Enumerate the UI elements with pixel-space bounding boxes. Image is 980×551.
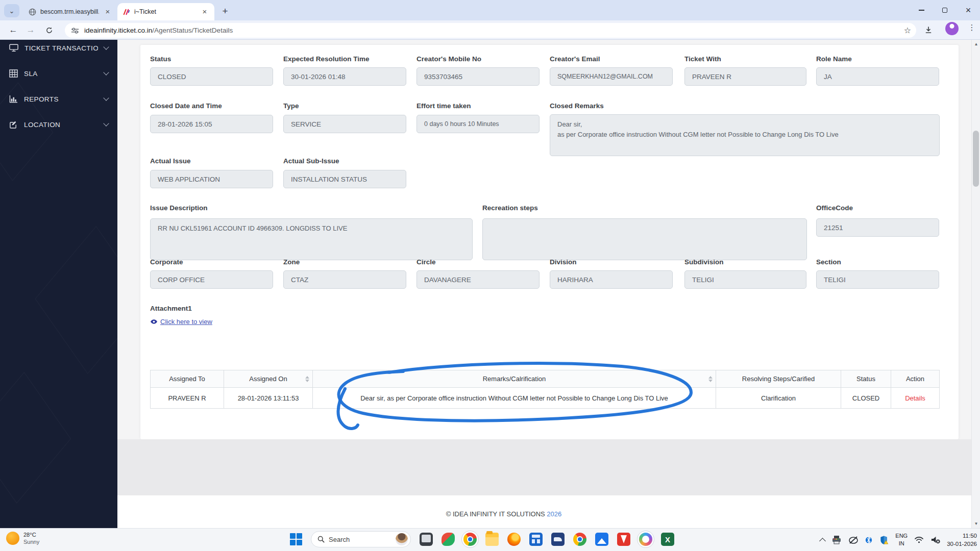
scroll-down-icon[interactable]: ▼	[972, 519, 980, 528]
page-scrollbar[interactable]: ▲ ▼	[971, 40, 980, 528]
search-placeholder: Search	[329, 536, 391, 543]
profile-avatar[interactable]	[945, 22, 959, 35]
bluetooth-icon[interactable]	[865, 535, 872, 545]
table-icon	[9, 69, 18, 78]
sidebar-item-ticket-transaction[interactable]: TICKET TRANSACTION	[0, 40, 117, 59]
tab-search-button[interactable]: ⌄	[4, 4, 19, 17]
creators-email-input: SQMEERKHAN12@GMAIL.COM	[550, 67, 673, 86]
sun-icon	[6, 532, 19, 545]
new-tab-button[interactable]: +	[218, 5, 232, 18]
sidebar-item-reports[interactable]: REPORTS	[0, 88, 117, 110]
leaf-app-icon[interactable]	[442, 533, 455, 546]
firefox-icon[interactable]	[507, 533, 521, 546]
downloads-button[interactable]	[921, 23, 936, 37]
closed-datetime-input: 28-01-2026 15:05	[150, 115, 273, 133]
weather-widget[interactable]: 28°C Sunny	[6, 531, 39, 546]
expected-resolution-time-label: Expected Resolution Time	[283, 55, 406, 63]
volume-muted-icon[interactable]	[930, 536, 940, 544]
actual-sub-issue-input: INSTALLATION STATUS	[283, 170, 406, 188]
photos-icon[interactable]	[595, 533, 608, 546]
crossed-eye-icon[interactable]	[848, 535, 859, 544]
circle-input: DAVANAGERE	[416, 270, 540, 289]
clock-time: 11:50	[947, 532, 977, 540]
col-remarks[interactable]: Remarks/Calrification	[313, 370, 716, 388]
bookmark-star-icon[interactable]: ☆	[900, 23, 915, 37]
scrollbar-thumb[interactable]	[973, 131, 979, 187]
taskbar-clock[interactable]: 11:50 30-01-2026	[947, 532, 977, 548]
footer-year[interactable]: 2026	[547, 510, 561, 518]
status-label: Status	[150, 55, 273, 63]
file-explorer-icon[interactable]	[485, 533, 499, 546]
details-link[interactable]: Details	[905, 394, 925, 402]
sidebar-item-sla[interactable]: SLA	[0, 62, 117, 85]
security-shield-icon[interactable]	[879, 535, 889, 545]
reload-button[interactable]	[42, 23, 56, 37]
back-button[interactable]: ←	[6, 23, 20, 37]
actual-issue-input: WEB APPLICATION	[150, 170, 273, 188]
decor-triangle	[35, 226, 117, 374]
app-icon-frame[interactable]	[420, 533, 433, 546]
col-resolving-steps: Resolving Steps/Carified	[716, 370, 841, 388]
excel-icon[interactable]: X	[661, 533, 674, 546]
cell-status: CLOSED	[841, 388, 891, 409]
cell-resolving-steps: Clarification	[716, 388, 841, 409]
browser-menu-icon[interactable]: ⋮	[967, 23, 977, 32]
attachment-view-link[interactable]: Click here to view	[150, 318, 212, 325]
forward-button[interactable]: →	[23, 23, 38, 37]
actual-sub-issue-label: Actual Sub-Issue	[283, 157, 406, 165]
recreation-steps-label: Recreation steps	[482, 204, 807, 212]
monitor-icon	[9, 44, 18, 52]
reload-icon	[45, 27, 53, 34]
creators-email-label: Creator's Email	[550, 55, 673, 63]
site-settings-icon[interactable]	[71, 27, 79, 34]
actual-issue-label: Actual Issue	[150, 157, 273, 165]
tab-iticket[interactable]: i~Ticket ×	[117, 3, 214, 20]
windows-start-button[interactable]	[290, 533, 302, 545]
footer-copyright: © IDEA INFINITY IT SOLUTIONS 2026	[117, 510, 890, 518]
tab-close-icon[interactable]: ×	[200, 7, 209, 16]
window-minimize-button[interactable]	[910, 0, 933, 20]
copilot-icon[interactable]	[639, 533, 652, 546]
sidebar: TICKET TRANSACTION SLA REPORTS LOCATION	[0, 40, 117, 528]
window-maximize-button[interactable]	[933, 0, 957, 20]
office-code-input: 21251	[816, 218, 939, 237]
tray-expand-icon[interactable]	[819, 538, 826, 544]
calculator-icon[interactable]	[529, 533, 543, 546]
tab-close-icon[interactable]: ×	[103, 7, 112, 16]
bar-chart-icon	[9, 95, 18, 103]
zone-input: CTAZ	[283, 270, 406, 289]
taskbar-search[interactable]: Search	[311, 531, 411, 547]
zone-label: Zone	[283, 258, 406, 266]
tab-title: i~Ticket	[134, 8, 196, 15]
status-input: CLOSED	[150, 67, 273, 86]
language-indicator[interactable]: ENG IN	[895, 532, 908, 547]
col-assigned-to: Assigned To	[151, 370, 224, 388]
url-text: ideainfinity.iticket.co.in/AgentStatus/T…	[84, 27, 233, 34]
sidebar-item-location[interactable]: LOCATION	[0, 113, 117, 136]
type-label: Type	[283, 102, 406, 110]
app-icon-blue[interactable]	[551, 533, 565, 546]
issue-description-label: Issue Description	[150, 204, 473, 212]
chevron-down-icon	[103, 95, 109, 101]
sort-icon[interactable]	[305, 376, 309, 382]
scroll-up-icon[interactable]: ▲	[972, 40, 980, 48]
chrome-icon-active[interactable]	[463, 533, 477, 546]
circle-label: Circle	[416, 258, 540, 266]
cell-assigned-to: PRAVEEN R	[151, 388, 224, 409]
wifi-icon[interactable]	[914, 536, 924, 544]
globe-icon	[29, 8, 36, 16]
expected-resolution-time-input: 30-01-2026 01:48	[283, 67, 406, 86]
weather-temp: 28°C	[23, 531, 39, 538]
adobe-pdf-icon[interactable]	[617, 533, 630, 546]
address-bar[interactable]: ideainfinity.iticket.co.in/AgentStatus/T…	[65, 23, 916, 38]
window-close-button[interactable]: ×	[957, 0, 980, 20]
sort-icon[interactable]	[708, 376, 713, 382]
weather-condition: Sunny	[23, 538, 39, 545]
tab-bescom[interactable]: bescom.trm.ieasybill.com ×	[23, 3, 117, 20]
printer-icon[interactable]	[831, 535, 842, 544]
col-assigned-on[interactable]: Assigned On	[224, 370, 313, 388]
closed-datetime-label: Closed Date and Time	[150, 102, 273, 110]
chrome-icon[interactable]	[573, 533, 586, 546]
cell-assigned-on: 28-01-2026 13:11:53	[224, 388, 313, 409]
corporate-input: CORP OFFICE	[150, 270, 273, 289]
